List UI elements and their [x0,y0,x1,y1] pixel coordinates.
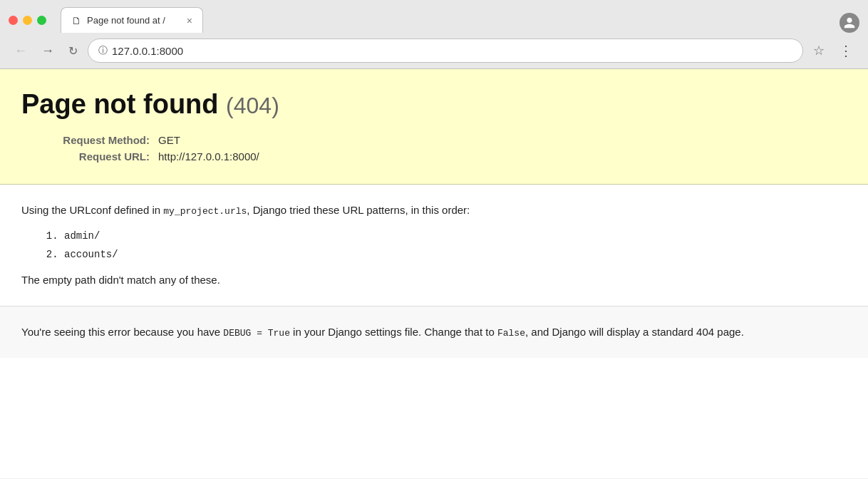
back-button[interactable]: ← [10,42,31,60]
method-value: GET [158,134,180,146]
error-title: Page not found (404) [21,89,847,120]
tab-title: Page not found at / [87,15,181,26]
profile-icon[interactable] [839,13,859,33]
list-item: accounts/ [64,247,847,262]
debug-code: DEBUG = True [223,328,290,339]
method-label: Request Method: [36,134,150,146]
url-row: Request URL: http://127.0.0.1:8000/ [36,150,847,163]
debug-message: You're seeing this error because you hav… [21,324,847,341]
address-bar-row: ← → ↻ ⓘ 127.0.0.1:8000 ☆ ⋮ [0,34,868,68]
page-content: Page not found (404) Request Method: GET… [0,69,868,478]
tab-close-button[interactable]: × [187,15,192,26]
minimize-window-button[interactable] [23,16,32,25]
error-header: Page not found (404) Request Method: GET… [0,69,868,185]
active-tab[interactable]: 🗋 Page not found at / × [61,7,203,33]
title-bar: 🗋 Page not found at / × [0,0,868,34]
urlconf-module: my_project.urls [163,206,247,217]
window-controls [9,16,46,25]
maximize-window-button[interactable] [37,16,46,25]
error-title-text: Page not found [21,89,219,119]
url-label: Request URL: [36,150,150,163]
refresh-button[interactable]: ↻ [64,43,82,59]
method-row: Request Method: GET [36,134,847,146]
status-code: (404) [226,93,279,118]
error-footer: You're seeing this error because you hav… [0,307,868,359]
meta-table: Request Method: GET Request URL: http://… [36,134,847,163]
close-window-button[interactable] [9,16,18,25]
tab-page-icon: 🗋 [71,15,81,26]
bookmark-button[interactable]: ☆ [809,41,829,60]
info-icon: ⓘ [98,44,108,57]
tabs-row: 🗋 Page not found at / × [61,7,859,33]
list-item: admin/ [64,228,847,244]
url-value: http://127.0.0.1:8000/ [158,150,259,163]
urlconf-intro: Using the URLconf defined in my_project.… [21,202,847,220]
menu-button[interactable]: ⋮ [835,41,858,61]
forward-button[interactable]: → [37,42,58,60]
debug-false: False [497,328,525,339]
address-bar[interactable]: ⓘ 127.0.0.1:8000 [88,38,803,63]
empty-path-msg: The empty path didn't match any of these… [21,272,847,289]
error-body: Using the URLconf defined in my_project.… [0,185,868,307]
url-pattern-list: admin/ accounts/ [64,228,847,263]
address-text: 127.0.0.1:8000 [112,45,792,57]
